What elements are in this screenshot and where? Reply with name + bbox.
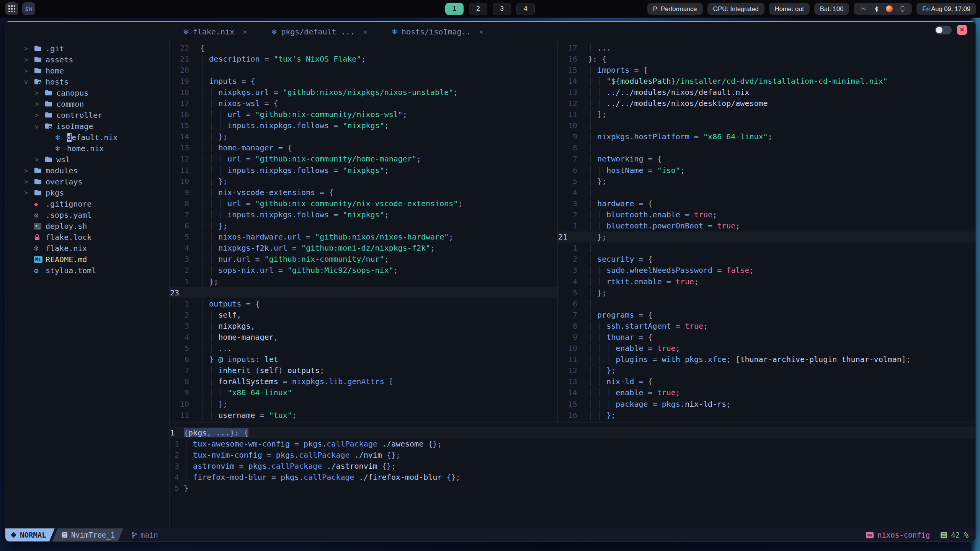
tree-item-label: isoImage (56, 122, 93, 131)
wm-logo-label: $W (25, 5, 32, 13)
workspace-button-3[interactable]: 3 (493, 3, 511, 15)
code-line-current: 21 }; (558, 231, 975, 243)
chevron-closed-icon[interactable]: > (35, 89, 45, 97)
code-line: 16│ │ }; (558, 409, 975, 421)
code-line: 2│ │ sops-nix.url = "github:Mic92/sops-n… (170, 265, 557, 276)
tab-close-icon[interactable]: × (243, 28, 247, 36)
code-line: 12│ │ ../../modules/nixos/desktop/awesom… (558, 98, 975, 109)
line-number: 2 (170, 310, 189, 320)
editor-pane-flake-nix[interactable]: 22{21│ description = "tux's NixOS Flake"… (170, 41, 558, 422)
git-branch-icon (131, 531, 137, 539)
tree-item-controller[interactable]: >controller (5, 109, 169, 121)
tab-close-icon[interactable]: × (479, 28, 483, 36)
code-line: 5│ }; (558, 287, 975, 298)
code-line: 5} (170, 483, 975, 494)
code-line: 14│ │ "${modulesPath}/installer/cd-dvd/i… (558, 75, 975, 86)
tree-item--git[interactable]: >.git (5, 43, 169, 54)
line-number: 8 (558, 143, 577, 152)
tree-item-home[interactable]: >home (5, 65, 169, 76)
line-number: 5 (170, 484, 179, 493)
tab-pkgs-default-[interactable]: ❄pkgs/default ...× (271, 27, 368, 36)
workspace-button-4[interactable]: 4 (516, 3, 535, 15)
tree-item-label: home (46, 66, 64, 75)
window-toggle[interactable] (935, 26, 952, 34)
tab-hosts-isoimag-[interactable]: ❄hosts/isoImag..× (392, 27, 483, 36)
editor-pane-pkgs-default[interactable]: 1{pkgs, ...}: {1│ tux-awesome-wm-config … (170, 422, 975, 529)
tree-item-wsl[interactable]: >wsl (5, 154, 169, 165)
editor-pane-iso-image[interactable]: 17│ ...16}: {15│ imports = [14│ │ "${mod… (558, 41, 975, 422)
tree-item-hosts[interactable]: vhosts (5, 76, 169, 87)
workspace-button-1[interactable]: 1 (445, 3, 464, 15)
tree-item-isoimage[interactable]: visoImage (5, 121, 169, 132)
bluetooth-icon[interactable] (872, 5, 880, 13)
scissors-icon[interactable]: ✂ (859, 5, 867, 13)
code-line: 7│ programs = { (558, 309, 975, 320)
clock-pill: Fri Aug 09, 17:09 (916, 3, 976, 15)
tree-item-modules[interactable]: >modules (5, 165, 169, 176)
chevron-closed-icon[interactable]: > (35, 100, 45, 108)
tree-item-stylua-toml[interactable]: ⚙stylua.toml (5, 265, 169, 276)
file-tree[interactable]: >.git>assets>homevhosts>canopus>common>c… (5, 41, 170, 528)
line-number: 16 (558, 54, 577, 64)
code-line: 6│ (558, 298, 975, 309)
nix-icon: ❄ (56, 133, 67, 142)
line-number: 2 (558, 254, 577, 264)
flame-icon[interactable] (885, 5, 893, 13)
tree-item-pkgs[interactable]: >pkgs (5, 187, 169, 198)
tree-item-default-nix[interactable]: ❄default.nix (5, 132, 169, 143)
line-number: 22 (170, 43, 189, 52)
tree-item-label: overlays (46, 177, 82, 186)
chevron-closed-icon[interactable]: > (24, 178, 34, 186)
window-close-button[interactable]: × (957, 25, 967, 35)
tree-item-common[interactable]: >common (5, 98, 169, 109)
wm-logo-button[interactable]: $W (22, 2, 35, 15)
chevron-closed-icon[interactable]: > (24, 56, 34, 64)
tree-item-flake-nix[interactable]: ❄flake.nix (5, 243, 169, 254)
code-line: 15│ │ │ inputs.nixpkgs.follows = "nixpkg… (170, 120, 557, 131)
tree-item-label: wsl (56, 155, 70, 164)
code-line: 3│ hardware = { (558, 198, 975, 209)
tree-item--gitignore[interactable]: ◆.gitignore (5, 198, 169, 209)
folder-icon (34, 45, 46, 52)
chevron-closed-icon[interactable]: > (35, 111, 45, 119)
code-line: 5│ │ nixos-hardware.url = "github:nixos/… (170, 231, 557, 243)
gear-blue-icon: ⚙ (34, 266, 46, 275)
chevron-closed-icon[interactable]: > (24, 67, 34, 75)
line-number: 17 (558, 43, 577, 52)
tree-item-readme-md[interactable]: M↓README.md (5, 254, 169, 265)
chevron-open-icon[interactable]: v (35, 122, 45, 130)
code-line: 8│ │ ssh.startAgent = true; (558, 320, 975, 331)
workspace-button-2[interactable]: 2 (469, 3, 487, 15)
line-number: 18 (170, 88, 189, 97)
line-number: 11 (558, 110, 577, 119)
tab-close-icon[interactable]: × (363, 28, 368, 36)
line-number: 3 (170, 321, 189, 331)
tray-pill[interactable]: ✂ (854, 3, 912, 15)
tree-item-deploy-sh[interactable]: >_deploy.sh (5, 220, 169, 231)
line-number: 8 (558, 321, 577, 331)
tree-item-home-nix[interactable]: ❄home.nix (5, 143, 169, 154)
tree-item-overlays[interactable]: >overlays (5, 176, 169, 187)
code-line: 11│ │ │ plugins = with pkgs.xfce; [thuna… (558, 354, 975, 365)
chevron-closed-icon[interactable]: > (24, 45, 34, 52)
code-line: 6│ │ }; (170, 220, 557, 231)
line-number: 4 (558, 277, 577, 286)
tree-item--sops-yaml[interactable]: ⚙.sops.yaml (5, 209, 169, 220)
chevron-closed-icon[interactable]: > (35, 156, 45, 163)
line-number: 21 (170, 54, 189, 64)
code-line: 15│ imports = [ (558, 64, 975, 75)
code-line: 16}: { (558, 53, 975, 64)
desktop: $W 1234 P: PerformanceGPU: IntegratedHom… (0, 0, 980, 551)
chevron-closed-icon[interactable]: > (24, 189, 34, 197)
tree-item-canopus[interactable]: >canopus (5, 87, 169, 98)
chevron-closed-icon[interactable]: > (24, 167, 34, 174)
app-launcher-button[interactable] (5, 2, 18, 15)
phone-icon[interactable] (898, 5, 906, 13)
line-number: 12 (170, 154, 189, 163)
tab-flake-nix[interactable]: ❄flake.nix× (183, 27, 247, 36)
git-icon: ◆ (34, 200, 46, 208)
tree-item-flake-lock[interactable]: flake.lock (5, 231, 169, 243)
line-number: 13 (170, 143, 189, 152)
tree-item-assets[interactable]: >assets (5, 54, 169, 65)
chevron-open-icon[interactable]: v (24, 78, 34, 86)
